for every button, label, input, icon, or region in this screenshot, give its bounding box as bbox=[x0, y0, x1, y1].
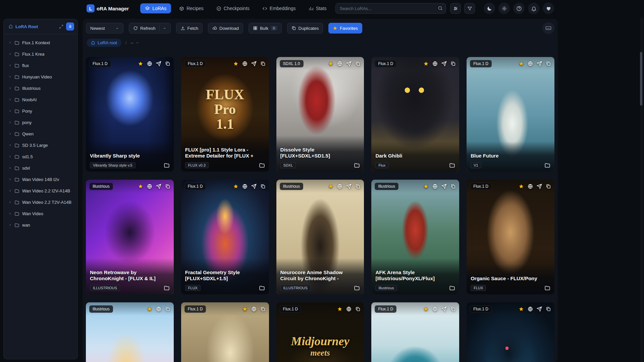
lora-card[interactable]: Flux.1 D bbox=[181, 302, 269, 362]
civitai-globe-icon[interactable] bbox=[147, 61, 152, 66]
favorite-star-icon[interactable] bbox=[337, 306, 342, 312]
send-icon[interactable] bbox=[346, 184, 352, 189]
copy-icon[interactable] bbox=[165, 184, 170, 189]
folder-tree-item[interactable]: Pony bbox=[6, 105, 75, 117]
move-to-folder-button[interactable] bbox=[259, 285, 265, 291]
favorite-star-icon[interactable] bbox=[519, 184, 524, 189]
lora-card[interactable]: Flux.1 D Organic Sauce - FLUX/Pony FLUX bbox=[467, 180, 554, 294]
send-icon[interactable] bbox=[156, 61, 161, 66]
civitai-globe-icon[interactable] bbox=[156, 306, 161, 312]
folder-tree-item[interactable]: sd1.5 bbox=[6, 151, 75, 162]
move-to-folder-button[interactable] bbox=[449, 285, 455, 291]
favorite-star-icon[interactable] bbox=[242, 306, 248, 312]
lora-card[interactable]: Illustrious Neon Retrowave by ChronoKnig… bbox=[86, 180, 174, 294]
folder-tree-item[interactable]: Wan Video 14B t2v bbox=[6, 174, 75, 185]
lora-card[interactable]: Flux.1 D Fractal Geometry Style [FLUX+SD… bbox=[181, 180, 269, 294]
copy-icon[interactable] bbox=[450, 61, 456, 66]
civitai-globe-icon[interactable] bbox=[147, 184, 152, 189]
favorites-filter-button[interactable]: Favorites bbox=[328, 23, 362, 34]
bulk-button[interactable]: Bulk B bbox=[249, 23, 282, 34]
duplicates-button[interactable]: Duplicates bbox=[287, 23, 323, 34]
copy-icon[interactable] bbox=[450, 306, 456, 312]
move-to-folder-button[interactable] bbox=[354, 162, 360, 168]
copy-icon[interactable] bbox=[355, 306, 361, 312]
move-to-folder-button[interactable] bbox=[259, 162, 265, 168]
civitai-globe-icon[interactable] bbox=[337, 61, 342, 66]
folder-tree-item[interactable]: wan bbox=[6, 219, 75, 231]
send-icon[interactable] bbox=[441, 61, 447, 66]
lora-card[interactable]: Flux.1 D Dark Ghibli Flux bbox=[371, 57, 459, 172]
folder-tree-item[interactable]: Wan Video 2.2 T2V-A14B bbox=[6, 196, 75, 208]
folder-tree-item[interactable]: Wan Video bbox=[6, 208, 75, 219]
filter-button[interactable] bbox=[464, 3, 475, 14]
lora-card[interactable]: FLUXPro1.1 Flux.1 D FLUX [pro] 1.1 Style… bbox=[181, 57, 269, 172]
copy-icon[interactable] bbox=[165, 61, 170, 66]
copy-icon[interactable] bbox=[546, 184, 551, 189]
send-icon[interactable] bbox=[441, 306, 447, 312]
civitai-globe-icon[interactable] bbox=[528, 61, 533, 66]
move-to-folder-button[interactable] bbox=[164, 285, 170, 291]
lora-card[interactable]: Flux.1 D bbox=[467, 302, 554, 362]
copy-icon[interactable] bbox=[355, 184, 361, 189]
folder-tree-item[interactable]: Flux.1 Kontext bbox=[6, 37, 75, 48]
send-icon[interactable] bbox=[537, 61, 542, 66]
help-button[interactable] bbox=[513, 3, 525, 14]
send-icon[interactable] bbox=[156, 184, 161, 189]
nav-item-loras[interactable]: LoRAs bbox=[140, 3, 171, 13]
civitai-globe-icon[interactable] bbox=[242, 184, 248, 189]
favorite-star-icon[interactable] bbox=[138, 184, 143, 189]
expand-icon[interactable] bbox=[59, 24, 63, 29]
lora-card[interactable]: Illustrious bbox=[86, 302, 174, 362]
root-folder-label[interactable]: LoRA Root bbox=[15, 24, 38, 29]
breadcrumb-current-dropdown[interactable]: -- bbox=[130, 40, 139, 45]
civitai-globe-icon[interactable] bbox=[242, 61, 248, 66]
favorite-star-icon[interactable] bbox=[147, 306, 152, 312]
refresh-dropdown-button[interactable] bbox=[159, 25, 166, 31]
theme-toggle-button[interactable] bbox=[484, 3, 495, 14]
folder-tree-item[interactable]: Illustrious bbox=[6, 82, 75, 94]
page-scrollbar-thumb[interactable] bbox=[640, 52, 642, 106]
send-icon[interactable] bbox=[441, 184, 447, 189]
folder-tree-item[interactable]: sdxl bbox=[6, 162, 75, 174]
nav-item-embeddings[interactable]: Embeddings bbox=[258, 3, 301, 13]
favorite-star-icon[interactable] bbox=[423, 306, 429, 312]
folder-tree-item[interactable]: SD 3.5 Large bbox=[6, 139, 75, 151]
copy-icon[interactable] bbox=[546, 306, 551, 312]
fetch-button[interactable]: Fetch bbox=[176, 23, 203, 34]
move-to-folder-button[interactable] bbox=[354, 285, 360, 291]
move-to-folder-button[interactable] bbox=[164, 162, 170, 168]
copy-icon[interactable] bbox=[260, 61, 266, 66]
copy-icon[interactable] bbox=[355, 61, 361, 66]
folder-tree-item[interactable]: Hunyuan Video bbox=[6, 71, 75, 82]
civitai-globe-icon[interactable] bbox=[432, 306, 438, 312]
folder-tree-item[interactable]: Qwen bbox=[6, 128, 75, 139]
lora-card[interactable]: MidjourneymeetsFLUX Flux.1 D bbox=[276, 302, 364, 362]
copy-icon[interactable] bbox=[450, 184, 456, 189]
favorite-star-icon[interactable] bbox=[328, 61, 333, 66]
search-options-button[interactable] bbox=[450, 3, 461, 14]
breadcrumb-root[interactable]: LoRA root bbox=[87, 39, 121, 47]
lora-card[interactable]: Flux.1 D Blue Future V1 bbox=[467, 57, 554, 172]
civitai-globe-icon[interactable] bbox=[346, 306, 352, 312]
favorite-star-icon[interactable] bbox=[519, 61, 524, 66]
lora-card[interactable]: Flux.1 D bbox=[371, 302, 459, 362]
civitai-globe-icon[interactable] bbox=[432, 61, 438, 66]
civitai-globe-icon[interactable] bbox=[432, 184, 438, 189]
favorite-star-icon[interactable] bbox=[423, 61, 429, 66]
civitai-globe-icon[interactable] bbox=[528, 306, 533, 312]
send-icon[interactable] bbox=[251, 61, 257, 66]
send-icon[interactable] bbox=[537, 306, 542, 312]
copy-icon[interactable] bbox=[260, 306, 266, 312]
move-to-folder-button[interactable] bbox=[544, 285, 550, 291]
lora-card[interactable]: Flux.1 D Vibrantly Sharp style Vibrantly… bbox=[86, 57, 174, 172]
move-to-folder-button[interactable] bbox=[449, 162, 455, 168]
favorite-star-icon[interactable] bbox=[233, 61, 238, 66]
copy-icon[interactable] bbox=[546, 61, 551, 66]
lora-card[interactable]: Illustrious Neurocore Anime Shadow Circu… bbox=[276, 180, 364, 294]
pin-sidebar-button[interactable] bbox=[66, 22, 74, 31]
settings-button[interactable] bbox=[498, 3, 510, 14]
copy-icon[interactable] bbox=[260, 184, 266, 189]
civitai-globe-icon[interactable] bbox=[528, 184, 533, 189]
lora-card[interactable]: SDXL 1.0 Dissolve Style [FLUX+SDXL+SD1.5… bbox=[276, 57, 364, 172]
favorite-star-icon[interactable] bbox=[233, 184, 238, 189]
